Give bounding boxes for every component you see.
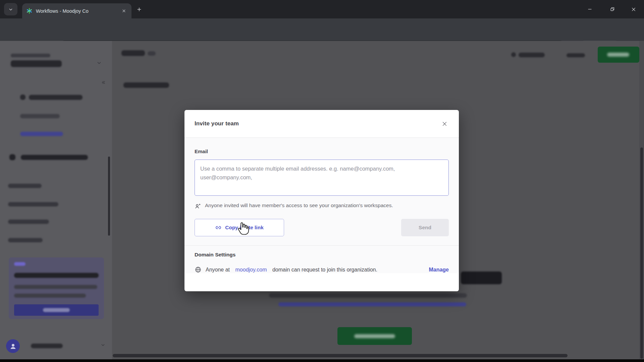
window-bottom-edge [0,359,644,362]
close-icon [442,121,447,127]
domain-text-prefix: Anyone at [206,267,231,273]
zenhub-favicon [26,8,33,14]
domain-text-suffix: domain can request to join this organiza… [271,267,377,273]
sidebar-item-invite-members[interactable] [21,155,88,160]
sidebar-item-redacted-5[interactable] [8,220,49,224]
email-input[interactable] [195,160,449,196]
create-button[interactable] [598,47,639,63]
domain-settings-title: Domain Settings [195,246,449,258]
user-avatar[interactable] [6,339,20,353]
manage-link[interactable]: Manage [429,267,449,273]
redacted-org-label [11,54,50,57]
modal-email-section: Email Anyone invited will have member's … [184,138,459,245]
browser-window: Workflows - Moodjoy Co ap [0,0,644,362]
minimize-icon [587,7,592,12]
tab-title: Workflows - Moodjoy Co [36,8,120,14]
person-icon [9,342,17,350]
sidebar-item-redacted-3[interactable] [8,184,42,188]
modal-title: Invite your team [195,120,239,127]
user-name-redacted [31,344,63,348]
modal-actions: Copy invite link Send [195,219,449,236]
hero-cta-label-redacted [354,334,395,338]
send-button[interactable]: Send [401,219,449,236]
view-control-redacted[interactable] [567,53,585,57]
globe-icon [195,266,202,273]
window-restore-button[interactable] [604,0,620,18]
modal-header: Invite your team [184,110,459,137]
page-title-redacted [121,50,145,56]
person-plus-icon [195,203,202,210]
promo-cta-label-redacted [43,308,70,312]
sidebar-collapse-icon[interactable] [101,80,106,86]
upgrade-promo-card [9,257,104,319]
chevron-down-icon [8,7,13,12]
org-chevron-down-icon[interactable] [97,60,102,66]
promo-line-redacted [14,294,86,298]
invite-team-modal: Invite your team Email Anyone invited wi… [184,110,459,291]
sidebar-item-redacted-link[interactable] [20,132,63,136]
invite-members-icon [9,154,15,160]
browser-toolbar: app.zenhub.com/workspaces/moodjoy-co-691… [0,18,644,41]
modal-close-button[interactable] [440,119,449,128]
user-menu-chevron-icon[interactable] [101,343,105,348]
hero-link-redacted[interactable] [278,302,466,306]
hero-heading-fragment-redacted [461,272,502,284]
titlebar: Workflows - Moodjoy Co [0,0,644,18]
hero-text-redacted [269,293,467,298]
filter-control-redacted[interactable] [519,53,545,57]
domain-name-link[interactable]: moodjoy.com [235,267,267,273]
domain-settings-section: Domain Settings Anyone at moodjoy.com do… [184,246,459,273]
invite-helper-text: Anyone invited will have member's access… [205,202,393,208]
sidebar-scrollbar-thumb[interactable] [108,157,110,236]
restore-icon [610,7,615,12]
vertical-scrollbar-thumb[interactable] [640,147,643,359]
close-icon [631,7,636,12]
plus-icon [137,7,142,12]
create-button-label-redacted [607,53,629,57]
hero-cta-button[interactable] [337,327,412,345]
redacted-nav-icon [20,95,25,100]
redacted-org-name[interactable] [11,60,62,67]
browser-tab[interactable]: Workflows - Moodjoy Co [22,3,131,18]
sidebar-item-redacted-4[interactable] [8,202,58,206]
window-close-button[interactable] [626,0,641,18]
promo-cta-button[interactable] [14,304,99,316]
link-icon [215,224,222,231]
copy-invite-link-button[interactable]: Copy invite link [195,219,284,236]
invite-helper: Anyone invited will have member's access… [195,202,449,210]
copy-invite-link-label: Copy invite link [225,225,264,231]
promo-line-redacted [14,285,97,289]
promo-title-redacted [14,273,99,278]
new-tab-button[interactable] [134,4,144,14]
email-label: Email [195,138,449,154]
section-heading-redacted [123,82,169,88]
window-minimize-button[interactable] [582,0,597,18]
tab-close-icon[interactable] [120,7,127,15]
tab-search-button[interactable] [4,3,17,15]
filter-icon [511,52,516,57]
domain-row: Anyone at moodjoy.com domain can request… [195,266,449,273]
page-title-badge [148,51,156,56]
promo-badge [14,262,25,266]
sidebar [0,41,112,362]
sidebar-item-redacted-2[interactable] [20,114,60,118]
sidebar-item-redacted-6[interactable] [8,238,43,242]
horizontal-scrollbar-thumb[interactable] [113,354,568,357]
sidebar-item-redacted-1[interactable] [29,95,83,100]
